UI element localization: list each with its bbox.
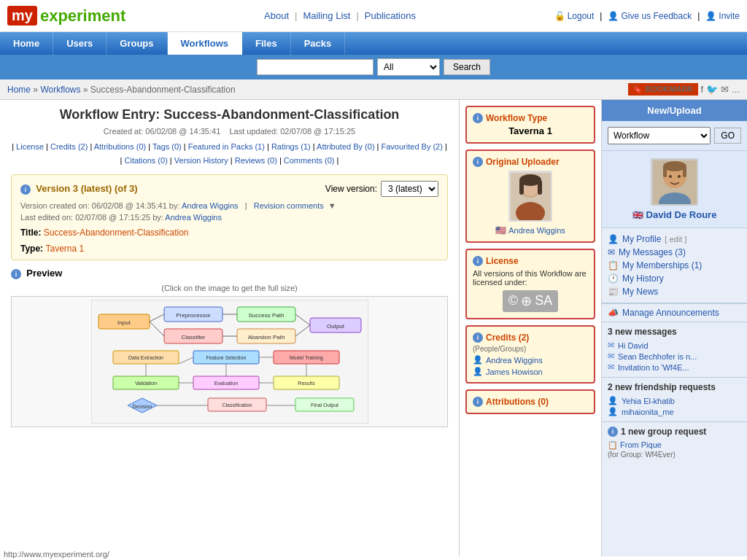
feedback-link[interactable]: 👤 Give us Feedback	[608, 11, 692, 21]
svg-text:Abandon Path: Abandon Path	[247, 334, 285, 341]
workflow-credits-box: i Credits (2) (People/Groups) 👤 Andrea W…	[465, 325, 595, 384]
svg-text:Classification: Classification	[222, 402, 252, 408]
license-badge[interactable]: © ⊕ SA	[473, 290, 588, 312]
version-box: i Version 3 (latest) (of 3) View version…	[11, 174, 448, 260]
mailing-list-link[interactable]: Mailing List	[303, 10, 350, 21]
group-icon: 📋	[608, 440, 618, 449]
page-header: my experiment About | Mailing List | Pub…	[0, 0, 747, 32]
attributed-by-link[interactable]: Attributed By (0)	[317, 142, 374, 151]
user-name[interactable]: 🇬🇧 David De Roure	[609, 209, 740, 220]
group-request-header: i 1 new group request	[608, 427, 741, 437]
workflow-title: Workflow Entry: Success-Abandonment-Clas…	[11, 107, 448, 122]
message-item-3[interactable]: ✉ Invitation to 'Wf4E...	[608, 362, 741, 373]
my-history-link[interactable]: 🕐 My History	[608, 272, 741, 285]
group-from[interactable]: 📋 From Pique	[608, 440, 741, 451]
message-item-2[interactable]: ✉ Sean Bechhofer is n...	[608, 351, 741, 362]
upload-controls: Workflow File Pack GO	[602, 121, 747, 151]
version-info-text: Version created on: 06/02/08 @ 14:35:41 …	[20, 201, 438, 210]
person-icon-1: 👤	[473, 355, 483, 365]
featured-packs-link[interactable]: Featured in Packs (1)	[188, 142, 265, 151]
svg-text:Success Path: Success Path	[248, 312, 284, 319]
logout-link[interactable]: 🔓 Logout	[554, 11, 595, 21]
message-icon-2: ✉	[608, 351, 614, 361]
workflow-meta: Created at: 06/02/08 @ 14:35:41 Last upd…	[11, 127, 448, 136]
svg-text:Feature Selection: Feature Selection	[206, 355, 246, 360]
tab-groups[interactable]: Groups	[107, 32, 167, 55]
tab-home[interactable]: Home	[0, 32, 53, 55]
workflow-type-value: Taverna 1	[473, 125, 588, 136]
logout-icon: 🔓	[554, 11, 565, 21]
message-icon-1: ✉	[608, 341, 614, 350]
my-news-link[interactable]: 📰 My News	[608, 285, 741, 298]
search-button[interactable]: Search	[444, 59, 490, 75]
svg-point-59	[669, 175, 672, 178]
upload-type-select[interactable]: Workflow File Pack	[608, 127, 711, 144]
messages-section: 3 new messages ✉ Hi David ✉ Sean Bechhof…	[602, 322, 747, 378]
my-memberships-link[interactable]: 📋 My Memberships (1)	[608, 259, 741, 272]
bookmark-button[interactable]: 🔖 BOOKMARK	[628, 83, 697, 96]
user-avatar[interactable]	[651, 158, 698, 206]
manage-announcements-link[interactable]: 📣 Manage Announcements	[608, 308, 741, 318]
svg-rect-52	[538, 180, 542, 195]
uploader-name[interactable]: 🇺🇸 Andrea Wiggins	[473, 225, 588, 236]
last-editor-link[interactable]: Andrea Wiggins	[165, 213, 222, 222]
preview-info-icon: i	[11, 269, 21, 279]
my-messages-link[interactable]: ✉ My Messages (3)	[608, 246, 741, 259]
version-select[interactable]: 3 (latest) 2 1	[381, 181, 438, 197]
workflow-diagram: Input Preprocessor Classifier Success Pa…	[91, 300, 368, 424]
footer-url: http://www.myexperiment.org/	[0, 548, 113, 560]
svg-rect-58	[683, 166, 686, 177]
svg-text:Decision: Decision	[132, 404, 152, 409]
credit-person-1[interactable]: 👤 Andrea Wiggins	[473, 355, 588, 365]
preview-note: (Click on the image to get the full size…	[11, 284, 448, 292]
favourited-by-link[interactable]: Favourited By (2)	[382, 142, 443, 151]
svg-text:Validation: Validation	[134, 381, 156, 386]
tab-files[interactable]: Files	[242, 32, 291, 55]
breadcrumb-home[interactable]: Home	[7, 85, 31, 95]
invite-link[interactable]: 👤 Invite	[705, 11, 740, 21]
group-info-icon: i	[608, 427, 618, 437]
license-info-icon: i	[473, 256, 483, 266]
attributions-link[interactable]: Attributions (0)	[94, 142, 147, 151]
license-link[interactable]: License	[16, 142, 44, 151]
credit-person-2[interactable]: 👤 James Howison	[473, 367, 588, 376]
breadcrumb-workflows[interactable]: Workflows	[40, 85, 80, 95]
credits-info-icon: i	[473, 332, 483, 343]
citations-link[interactable]: Citations (0)	[125, 156, 168, 165]
preview-image[interactable]: Input Preprocessor Classifier Success Pa…	[11, 296, 448, 427]
svg-rect-57	[663, 166, 667, 177]
messages-count-header: 3 new messages	[608, 327, 741, 337]
workflow-info-panel: i Workflow Type Taverna 1 i Original Upl…	[459, 100, 601, 556]
comments-link[interactable]: Comments (0)	[284, 156, 335, 165]
version-history-link[interactable]: Version History	[174, 156, 228, 165]
friend-item-1[interactable]: 👤 Yehia El-khatib	[608, 395, 741, 406]
workflow-type-box: i Workflow Type Taverna 1	[465, 106, 595, 144]
tab-users[interactable]: Users	[53, 32, 107, 55]
tab-packs[interactable]: Packs	[291, 32, 346, 55]
workflow-license-box: i License All versions of this Workflow …	[465, 249, 595, 319]
svg-rect-51	[519, 180, 524, 195]
credits-link[interactable]: Credits (2)	[50, 142, 88, 151]
about-link[interactable]: About	[264, 10, 289, 21]
reviews-link[interactable]: Reviews (0)	[235, 156, 277, 165]
user-flag: 🇬🇧	[632, 210, 643, 220]
my-profile-link[interactable]: 👤 My Profile [ edit ]	[608, 233, 741, 246]
svg-text:Preprocessor: Preprocessor	[176, 312, 211, 319]
history-icon: 🕐	[608, 273, 619, 284]
message-item-1[interactable]: ✉ Hi David	[608, 340, 741, 351]
revision-comments-link[interactable]: Revision comments	[254, 201, 324, 210]
uploader-flag: 🇺🇸	[495, 225, 506, 236]
search-input[interactable]	[257, 59, 374, 75]
sidebar: New/Upload Workflow File Pack GO	[601, 100, 747, 556]
tags-link[interactable]: Tags (0)	[152, 142, 182, 151]
tab-workflows[interactable]: Workflows	[168, 32, 243, 55]
ratings-link[interactable]: Ratings (1)	[271, 142, 311, 151]
news-icon: 📰	[608, 287, 619, 297]
group-request-section: i 1 new group request 📋 From Pique (for …	[602, 422, 747, 463]
upload-go-button[interactable]: GO	[714, 128, 741, 144]
preview-title: i Preview	[11, 268, 448, 279]
search-filter-select[interactable]: All Workflows Files Users	[377, 58, 440, 76]
friend-item-2[interactable]: 👤 mihaionita_me	[608, 406, 741, 417]
version-creator-link[interactable]: Andrea Wiggins	[182, 201, 239, 210]
publications-link[interactable]: Publications	[365, 10, 416, 21]
